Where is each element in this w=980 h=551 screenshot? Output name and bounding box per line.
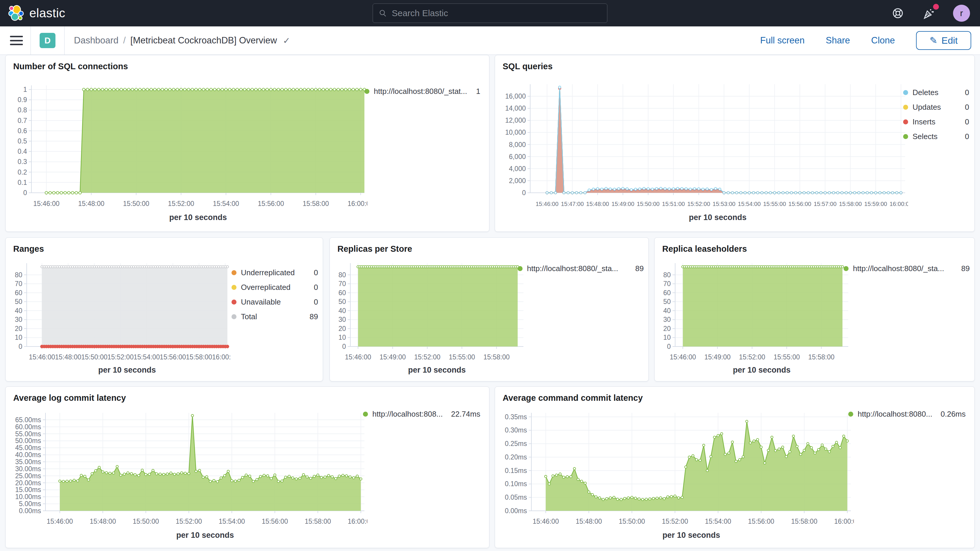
svg-text:40.00ms: 40.00ms [15,451,41,459]
panel-title: Replica leaseholders [662,244,974,254]
legend-label: Underreplicated [241,268,295,277]
chart-legend: http://localhost:8080/_stat...1 [364,87,480,96]
legend-item[interactable]: http://localhost:8080/_sta...89 [517,264,644,273]
full-screen-button[interactable]: Full screen [760,35,805,46]
svg-text:0.00ms: 0.00ms [19,507,41,514]
legend-item[interactable]: http://localhost:8080/_sta...89 [843,264,970,273]
svg-text:20: 20 [338,325,346,333]
badge-letter: D [45,36,51,46]
svg-text:60: 60 [15,289,22,297]
svg-text:50: 50 [663,298,671,306]
dashboard-app-badge[interactable]: D [40,33,56,48]
menu-hamburger-button[interactable] [10,36,23,45]
legend-item[interactable]: Deletes0 [903,88,969,97]
breadcrumb-dashboard-link[interactable]: Dashboard [74,35,119,46]
svg-text:30: 30 [15,316,22,323]
saved-check-icon[interactable]: ✓ [283,35,290,46]
sql-connections-chart: 15:46:0015:48:0015:50:0015:52:0015:54:00… [8,72,368,225]
legend-label: http://localhost:8080/_sta... [853,264,944,273]
legend-item[interactable]: Unavailable0 [232,298,318,307]
legend-item[interactable]: http://localhost:808...22.74ms [363,409,480,419]
avatar-initial: r [960,8,963,18]
svg-text:per 10 seconds: per 10 seconds [177,531,234,540]
legend-item[interactable]: Overreplicated0 [232,283,318,292]
svg-text:0.20ms: 0.20ms [505,453,527,461]
legend-item[interactable]: Underreplicated0 [232,268,318,277]
news-button[interactable] [922,6,936,20]
svg-text:0.10ms: 0.10ms [505,480,527,487]
series-color-dot [364,89,369,94]
svg-text:per 10 seconds: per 10 seconds [733,366,791,374]
edit-label: Edit [942,35,958,46]
svg-text:15:58:00: 15:58:00 [791,518,818,525]
chart-legend: http://localhost:8080/_sta...89 [517,264,644,273]
svg-text:0.30ms: 0.30ms [505,426,527,434]
svg-text:0.1: 0.1 [18,179,27,186]
legend-item[interactable]: Updates0 [903,103,969,112]
replica-leaseholders-chart: 15:46:0015:49:0015:52:0015:55:0015:58:00… [657,255,852,376]
legend-value: 0 [309,283,318,292]
svg-text:40: 40 [15,307,22,315]
svg-text:15:54:00: 15:54:00 [738,201,761,207]
svg-text:15:56:00: 15:56:00 [788,201,811,207]
legend-item[interactable]: http://localhost:8080/_stat...1 [364,87,480,96]
legend-item[interactable]: Selects0 [903,132,969,141]
series-color-dot [903,134,908,139]
svg-text:15:52:00: 15:52:00 [739,353,765,361]
svg-text:0.00ms: 0.00ms [505,507,527,514]
breadcrumb: Dashboard / [Metricbeat CockroachDB] Ove… [74,35,290,46]
legend-value: 0.26ms [935,409,966,419]
svg-text:0.05ms: 0.05ms [505,494,527,501]
svg-text:50: 50 [15,298,22,306]
legend-item[interactable]: http://localhost:8080...0.26ms [848,409,966,419]
legend-value: 1 [471,87,480,96]
svg-text:0.2: 0.2 [18,169,27,176]
svg-text:40: 40 [663,307,671,315]
elastic-brand[interactable]: elastic [0,5,65,21]
svg-text:65.00ms: 65.00ms [15,416,41,424]
svg-text:40: 40 [338,307,346,315]
svg-text:8,000: 8,000 [509,141,526,148]
user-avatar[interactable]: r [953,5,970,22]
panel-title: SQL queries [503,62,974,71]
svg-text:15:59:00: 15:59:00 [864,201,887,207]
help-button[interactable] [891,6,905,20]
edit-button[interactable]: ✎ Edit [916,31,971,50]
series-color-dot [903,119,908,124]
legend-value: 89 [630,264,644,273]
search-input[interactable] [392,8,601,18]
series-color-dot [232,299,237,304]
svg-text:15:46:00: 15:46:00 [533,518,559,525]
svg-text:15:56:00: 15:56:00 [160,353,186,361]
legend-label: http://localhost:8080/_sta... [527,264,618,273]
clone-button[interactable]: Clone [871,35,895,46]
svg-text:0.5: 0.5 [18,137,27,145]
svg-text:16:00:00: 16:00:00 [348,518,368,525]
legend-item[interactable]: Total89 [232,312,318,321]
legend-value: 0 [960,132,969,141]
svg-text:15:46:00: 15:46:00 [47,518,73,525]
svg-text:10.00ms: 10.00ms [15,493,41,500]
svg-text:0.8: 0.8 [18,106,27,114]
global-search[interactable] [372,3,608,23]
panel-replicas-per-store: Replicas per Store 15:46:0015:49:0015:52… [329,237,649,381]
page-title: [Metricbeat CockroachDB] Overview [130,35,277,46]
svg-text:70: 70 [15,280,22,288]
ranges-chart: 15:46:0015:48:0015:50:0015:52:0015:54:00… [8,255,231,376]
svg-text:55.00ms: 55.00ms [15,430,41,438]
legend-label: Selects [913,132,937,141]
svg-text:15:52:00: 15:52:00 [168,200,194,207]
series-color-dot [517,266,523,271]
legend-value: 0 [960,117,969,126]
legend-item[interactable]: Inserts0 [903,117,969,126]
share-button[interactable]: Share [826,35,850,46]
svg-text:16,000: 16,000 [505,92,526,100]
svg-text:15:48:00: 15:48:00 [78,200,105,207]
svg-text:16:00:00: 16:00:00 [834,518,854,525]
svg-text:15:53:00: 15:53:00 [713,201,736,207]
svg-text:15:52:00: 15:52:00 [107,353,134,361]
svg-text:16:00:00: 16:00:00 [347,200,368,207]
svg-text:15:46:00: 15:46:00 [33,200,60,207]
svg-text:35.00ms: 35.00ms [15,458,41,466]
svg-text:15:54:00: 15:54:00 [219,518,245,525]
